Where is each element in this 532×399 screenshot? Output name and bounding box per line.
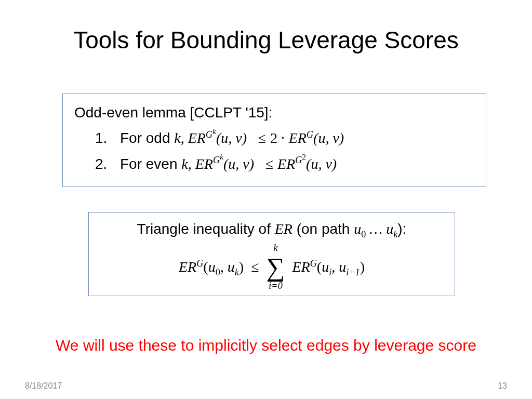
footer-page-number: 13 xyxy=(498,381,507,391)
lemma-item-2: 2. For even k, ERGk(u, v) ≤ ERG2(u, v) xyxy=(95,153,474,175)
formula-rhs: ERG(ui, ui+1) xyxy=(292,256,365,278)
item2-number: 2. xyxy=(95,153,111,175)
formula-lhs: ERG(u0, uk) xyxy=(179,256,244,278)
summation: k ∑ i=0 xyxy=(267,243,285,290)
item1-number: 1. xyxy=(95,127,111,149)
triangle-formula: ERG(u0, uk) ≤ k ∑ i=0 ERG(ui, ui+1) xyxy=(100,243,443,290)
lemma-item-1: 1. For odd k, ERGk(u, v) ≤ 2 · ERG(u, v) xyxy=(95,127,474,149)
odd-even-lemma-box: Odd-even lemma [CCLPT '15]: 1. For odd k… xyxy=(62,94,486,187)
item1-content: For odd k, ERGk(u, v) ≤ 2 · ERG(u, v) xyxy=(120,127,344,149)
triangle-heading: Triangle inequality of ER (on path u0 … … xyxy=(100,218,443,240)
item2-content: For even k, ERGk(u, v) ≤ ERG2(u, v) xyxy=(120,153,337,175)
slide: Tools for Bounding Leverage Scores Odd-e… xyxy=(0,0,532,399)
slide-title: Tools for Bounding Leverage Scores xyxy=(0,26,532,54)
highlight-note: We will use these to implicitly select e… xyxy=(0,337,532,354)
footer-date: 8/18/2017 xyxy=(25,381,62,391)
triangle-inequality-box: Triangle inequality of ER (on path u0 … … xyxy=(88,212,455,296)
le-symbol: ≤ xyxy=(251,256,259,278)
lemma-heading: Odd-even lemma [CCLPT '15]: xyxy=(74,101,474,124)
